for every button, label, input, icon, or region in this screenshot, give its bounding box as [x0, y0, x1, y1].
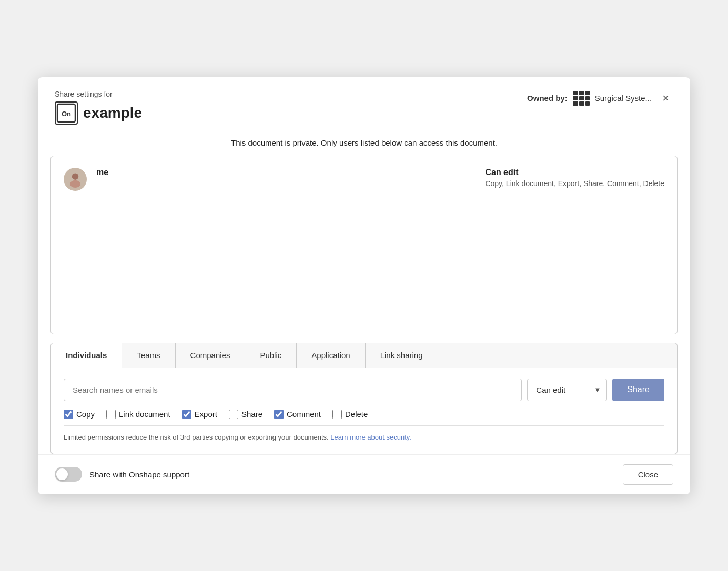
perm-copy-label: Copy [76, 410, 95, 419]
search-share-row: Can edit Can view Can comment ▼ Share [64, 379, 664, 401]
share-support-row: Share with Onshape support [55, 467, 189, 482]
tabs-section: Individuals Teams Companies Public Appli… [50, 343, 678, 454]
security-note: Limited permissions reduce the risk of 3… [64, 425, 664, 441]
search-input[interactable] [64, 379, 522, 401]
close-button[interactable]: Close [623, 464, 673, 485]
svg-point-11 [72, 173, 78, 179]
owned-by-label: Owned by: [527, 94, 568, 103]
tab-public[interactable]: Public [245, 343, 297, 368]
checkbox-share[interactable] [229, 410, 238, 419]
perm-export[interactable]: Export [182, 410, 217, 419]
perm-comment[interactable]: Comment [274, 410, 321, 419]
checkbox-export[interactable] [182, 410, 191, 419]
user-right: Can edit Copy, Link document, Export, Sh… [485, 168, 664, 188]
share-button[interactable]: Share [612, 379, 664, 401]
tabs: Individuals Teams Companies Public Appli… [50, 343, 678, 368]
share-settings-label: Share settings for [55, 90, 142, 98]
modal-header: Share settings for On example Owned by: [38, 77, 690, 133]
svg-rect-6 [579, 96, 584, 100]
perm-share-label: Share [241, 410, 262, 419]
share-support-label: Share with Onshape support [89, 470, 189, 479]
permission-select[interactable]: Can edit Can view Can comment [527, 379, 607, 401]
svg-rect-2 [573, 91, 578, 95]
share-support-toggle[interactable] [55, 467, 82, 482]
permission-select-wrap: Can edit Can view Can comment ▼ [527, 379, 607, 401]
svg-rect-10 [585, 101, 590, 106]
security-link[interactable]: Learn more about security. [330, 433, 411, 441]
owned-by: Owned by: Surgical Syste [527, 90, 652, 107]
toggle-slider [55, 467, 82, 482]
security-note-text: Limited permissions reduce the risk of 3… [64, 433, 329, 441]
doc-icon: On [55, 101, 78, 125]
header-left: Share settings for On example [55, 90, 142, 125]
share-settings-modal: Share settings for On example Owned by: [38, 77, 690, 494]
avatar-icon [67, 171, 84, 188]
svg-text:On: On [62, 110, 71, 118]
svg-point-12 [70, 180, 80, 187]
user-info: me [96, 168, 476, 178]
user-row: me Can edit Copy, Link document, Export,… [51, 156, 677, 202]
perm-comment-label: Comment [287, 410, 321, 419]
user-permission-detail: Copy, Link document, Export, Share, Comm… [485, 179, 664, 188]
tab-link-sharing[interactable]: Link sharing [366, 343, 438, 368]
svg-rect-4 [585, 91, 590, 95]
perm-link-document[interactable]: Link document [106, 410, 170, 419]
owner-name: Surgical Syste... [595, 94, 652, 103]
perm-share[interactable]: Share [229, 410, 262, 419]
modal-footer: Share with Onshape support Close [38, 454, 690, 494]
tab-content: Can edit Can view Can comment ▼ Share Co… [50, 368, 678, 454]
svg-rect-5 [573, 96, 578, 100]
perm-link-document-label: Link document [119, 410, 170, 419]
user-name: me [96, 168, 476, 177]
header-right: Owned by: Surgical Syste [527, 90, 673, 107]
tab-individuals[interactable]: Individuals [51, 343, 122, 368]
user-permission-title: Can edit [485, 168, 664, 177]
close-icon[interactable]: × [658, 90, 673, 106]
checkbox-delete[interactable] [332, 410, 342, 419]
tab-application[interactable]: Application [297, 343, 365, 368]
perm-copy[interactable]: Copy [64, 410, 95, 419]
owner-org-icon [572, 90, 591, 107]
tab-teams[interactable]: Teams [122, 343, 175, 368]
doc-title-row: On example [55, 101, 142, 125]
owner-icon [572, 90, 591, 107]
perm-delete-label: Delete [345, 410, 368, 419]
checkbox-link-document[interactable] [106, 410, 116, 419]
checkbox-copy[interactable] [64, 410, 73, 419]
checkbox-comment[interactable] [274, 410, 284, 419]
svg-rect-9 [579, 101, 584, 106]
svg-rect-7 [585, 96, 590, 100]
perm-export-label: Export [195, 410, 217, 419]
svg-rect-3 [579, 91, 584, 95]
perm-delete[interactable]: Delete [332, 410, 368, 419]
permissions-row: Copy Link document Export Share Comment [64, 410, 664, 419]
doc-title: example [83, 105, 142, 121]
privacy-notice: This document is private. Only users lis… [38, 133, 690, 156]
avatar [64, 168, 87, 191]
tab-companies[interactable]: Companies [176, 343, 246, 368]
doc-icon-svg: On [56, 103, 76, 123]
svg-rect-8 [573, 101, 578, 106]
users-box: me Can edit Copy, Link document, Export,… [50, 156, 678, 334]
